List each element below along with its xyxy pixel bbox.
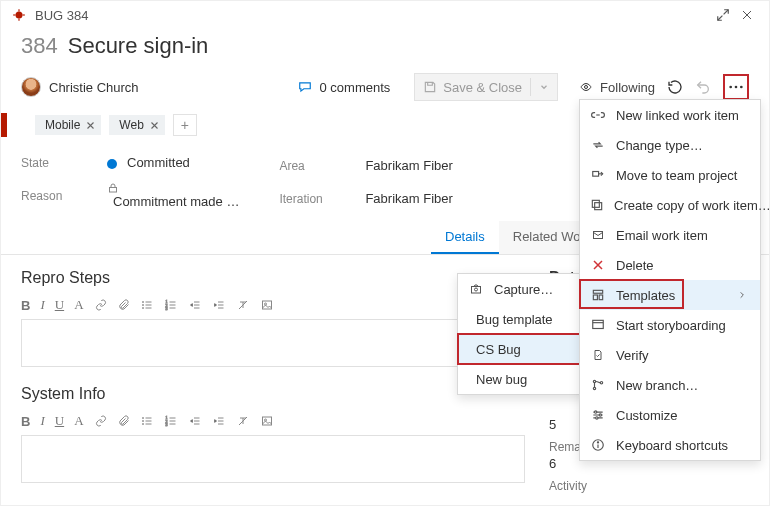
email-icon xyxy=(590,229,606,241)
rich-text-toolbar[interactable]: B I U A 123 xyxy=(21,411,525,435)
bold-icon[interactable]: B xyxy=(21,414,30,429)
section-system-info: System Info xyxy=(21,385,525,403)
menu-email[interactable]: Email work item xyxy=(580,220,760,250)
link-icon[interactable] xyxy=(94,299,108,311)
verify-icon xyxy=(590,348,606,362)
clear-format-icon[interactable] xyxy=(236,415,250,427)
undo-button[interactable] xyxy=(695,79,711,95)
work-item-color-accent xyxy=(1,113,7,137)
comment-icon xyxy=(297,80,313,94)
state-field[interactable]: Committed xyxy=(107,155,239,170)
menu-storyboard[interactable]: Start storyboarding xyxy=(580,310,760,340)
reason-field[interactable]: Commitment made … xyxy=(107,182,239,209)
bullet-list-icon[interactable] xyxy=(140,415,154,427)
chevron-right-icon xyxy=(738,290,746,300)
close-icon[interactable] xyxy=(735,3,759,27)
iteration-label: Iteration xyxy=(279,192,349,206)
menu-new-bug[interactable]: New bug xyxy=(458,364,586,394)
underline-icon[interactable]: U xyxy=(55,297,64,313)
numbered-list-icon[interactable]: 123 xyxy=(164,299,178,311)
font-icon[interactable]: A xyxy=(74,413,83,429)
image-icon[interactable] xyxy=(260,299,274,311)
info-icon xyxy=(590,438,606,452)
tag-remove-icon[interactable] xyxy=(150,121,159,130)
menu-create-copy[interactable]: Create copy of work item… xyxy=(580,190,760,220)
add-tag-button[interactable]: + xyxy=(173,114,197,136)
tag-mobile[interactable]: Mobile xyxy=(35,115,101,135)
svg-rect-58 xyxy=(599,295,603,300)
copy-icon xyxy=(590,198,604,212)
save-close-button[interactable]: Save & Close xyxy=(414,73,558,101)
italic-icon[interactable]: I xyxy=(40,297,44,313)
eye-icon xyxy=(578,81,594,93)
follow-button[interactable]: Following xyxy=(578,80,655,95)
menu-customize[interactable]: Customize xyxy=(580,400,760,430)
area-label: Area xyxy=(279,159,349,173)
menu-move[interactable]: Move to team project xyxy=(580,160,760,190)
outdent-icon[interactable] xyxy=(188,415,202,427)
svg-rect-54 xyxy=(592,200,599,207)
underline-icon[interactable]: U xyxy=(55,413,64,429)
more-actions-menu: New linked work item Change type… Move t… xyxy=(579,99,761,461)
indent-icon[interactable] xyxy=(212,415,226,427)
svg-point-64 xyxy=(595,411,597,413)
save-close-label: Save & Close xyxy=(443,80,522,95)
link-icon[interactable] xyxy=(94,415,108,427)
bug-icon xyxy=(11,7,27,23)
italic-icon[interactable]: I xyxy=(40,413,44,429)
work-item-id: 384 xyxy=(21,33,58,59)
menu-delete[interactable]: Delete xyxy=(580,250,760,280)
svg-point-7 xyxy=(735,86,738,89)
svg-point-6 xyxy=(729,86,732,89)
tag-remove-icon[interactable] xyxy=(86,121,95,130)
svg-point-10 xyxy=(142,302,143,303)
assigned-to[interactable]: Christie Church xyxy=(49,80,139,95)
attachment-icon[interactable] xyxy=(118,414,130,428)
numbered-list-icon[interactable]: 123 xyxy=(164,415,178,427)
iteration-field[interactable]: Fabrikam Fiber xyxy=(365,191,452,206)
rich-text-toolbar[interactable]: B I U A 123 xyxy=(21,295,525,319)
menu-new-linked[interactable]: New linked work item xyxy=(580,100,760,130)
reason-label: Reason xyxy=(21,189,91,203)
tab-details[interactable]: Details xyxy=(431,221,499,254)
more-actions-button[interactable] xyxy=(723,74,749,100)
indent-icon[interactable] xyxy=(212,299,226,311)
svg-rect-56 xyxy=(593,290,602,293)
outdent-icon[interactable] xyxy=(188,299,202,311)
menu-change-type[interactable]: Change type… xyxy=(580,130,760,160)
svg-rect-48 xyxy=(262,417,271,425)
menu-verify[interactable]: Verify xyxy=(580,340,760,370)
titlebar-id: 384 xyxy=(67,8,89,23)
menu-shortcuts[interactable]: Keyboard shortcuts xyxy=(580,430,760,460)
menu-cs-bug[interactable]: CS Bug xyxy=(458,334,586,364)
repro-steps-editor[interactable] xyxy=(21,319,525,367)
area-field[interactable]: Fabrikam Fiber xyxy=(365,158,452,173)
svg-rect-57 xyxy=(593,295,597,300)
clear-format-icon[interactable] xyxy=(236,299,250,311)
font-icon[interactable]: A xyxy=(74,297,83,313)
svg-point-12 xyxy=(142,305,143,306)
image-icon[interactable] xyxy=(260,415,274,427)
avatar[interactable] xyxy=(21,77,41,97)
menu-bug-template[interactable]: Bug template xyxy=(458,304,586,334)
menu-capture[interactable]: Capture… xyxy=(458,274,586,304)
attachment-icon[interactable] xyxy=(118,298,130,312)
tag-label: Mobile xyxy=(45,118,80,132)
refresh-button[interactable] xyxy=(667,79,683,95)
templates-submenu: Capture… Bug template CS Bug New bug xyxy=(457,273,587,395)
save-icon xyxy=(423,80,437,94)
bullet-list-icon[interactable] xyxy=(140,299,154,311)
comments-button[interactable]: 0 comments xyxy=(297,80,390,95)
svg-point-30 xyxy=(142,418,143,419)
bold-icon[interactable]: B xyxy=(21,298,30,313)
chevron-down-icon[interactable] xyxy=(539,82,549,92)
work-item-title[interactable]: Secure sign-in xyxy=(68,33,209,59)
titlebar-type-label: BUG xyxy=(35,8,63,23)
system-info-editor[interactable] xyxy=(21,435,525,483)
section-repro-steps: Repro Steps xyxy=(21,269,525,287)
menu-templates[interactable]: Templates xyxy=(580,280,760,310)
tag-web[interactable]: Web xyxy=(109,115,164,135)
svg-rect-59 xyxy=(593,320,604,328)
expand-icon[interactable] xyxy=(711,3,735,27)
menu-new-branch[interactable]: New branch… xyxy=(580,370,760,400)
